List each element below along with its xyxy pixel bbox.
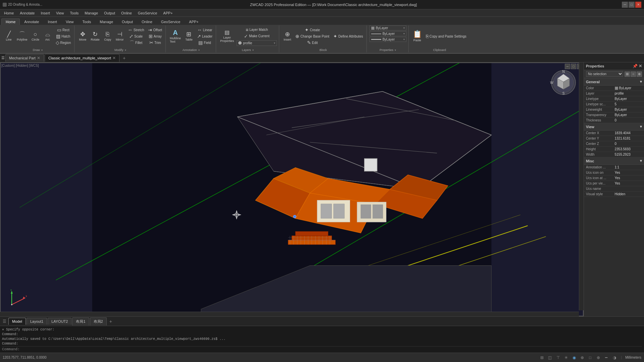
tab-classic-architecture-close[interactable]: ✕	[112, 56, 116, 60]
prop-transparency-value[interactable]: ByLayer	[613, 113, 642, 117]
layout-tab-layout2[interactable]: LAYOUT2	[48, 318, 71, 325]
table-button[interactable]: ⊞ Table	[184, 28, 194, 45]
menu-geoservice[interactable]: GeoService	[135, 10, 160, 16]
select-all-icon[interactable]: ⊞	[625, 71, 630, 77]
prop-annotation-scale-value[interactable]: 1:1	[613, 165, 642, 169]
view-section-header[interactable]: View ▾	[584, 123, 644, 131]
ribbon-tab-annotate[interactable]: Annotate	[20, 18, 43, 25]
prop-center-z-value[interactable]: 0	[613, 142, 642, 146]
menu-tools[interactable]: Tools	[67, 10, 82, 16]
scale-button[interactable]: ⤢ Scale	[127, 33, 146, 39]
ribbon-tab-output[interactable]: Output	[117, 18, 137, 25]
misc-section-header[interactable]: Misc ▾	[584, 157, 644, 165]
polyline-button[interactable]: ⌒ Polyline	[15, 28, 29, 45]
status-lineweight-icon[interactable]: ━	[603, 354, 610, 361]
minimize-button[interactable]: ─	[622, 2, 628, 8]
ribbon-tab-home[interactable]: Home	[1, 18, 20, 25]
prop-linetype-value[interactable]: ByLayer	[613, 97, 642, 101]
menu-output[interactable]: Output	[101, 10, 118, 16]
fillet-button[interactable]: ⌒ Fillet	[127, 40, 146, 46]
menu-insert[interactable]: Insert	[38, 10, 53, 16]
status-snap-icon[interactable]: ◫	[547, 354, 553, 361]
tab-menu-icon[interactable]: ☰	[1, 56, 5, 60]
properties-pin-button[interactable]: 📌	[633, 64, 638, 68]
toggle-icon[interactable]: ⊕	[637, 71, 642, 77]
layout-tab-buju2[interactable]: 布局2	[90, 317, 107, 325]
add-layout-tab-button[interactable]: +	[107, 319, 114, 324]
layer-dropdown[interactable]: profile ▾	[237, 40, 277, 46]
color-dropdown[interactable]: ByLayer ▾	[369, 25, 406, 31]
ribbon-tab-online[interactable]: Online	[137, 18, 157, 25]
status-ducs-icon[interactable]: □	[587, 354, 594, 361]
prop-center-y-value[interactable]: 1321.6181	[613, 137, 642, 140]
define-attributes-button[interactable]: ✦ Define Attributes	[332, 33, 364, 39]
tab-classic-architecture[interactable]: Classic architecture_multiple_viewport ✕	[45, 54, 119, 62]
deselect-icon[interactable]: ○	[631, 71, 636, 77]
change-base-point-button[interactable]: ⊕ Change Base Point	[294, 33, 331, 39]
prop-thickness-value[interactable]: 0	[613, 118, 642, 122]
prop-ucs-icon-at-value[interactable]: Yes	[613, 176, 642, 180]
drawing-area[interactable]: [Custom] [Hidden] [WCS] ─ □ ✕	[0, 62, 584, 316]
prop-color-value[interactable]: ByLayer	[613, 86, 642, 90]
horizontal-scrollbar[interactable]	[0, 312, 579, 316]
layout-tab-buju1[interactable]: 布局1	[72, 317, 89, 325]
status-dyn-icon[interactable]: ⊕	[595, 354, 602, 361]
prop-ucs-icon-on-value[interactable]: Yes	[613, 171, 642, 174]
lineweight-dropdown[interactable]: ByLayer ▾	[369, 37, 406, 42]
create-block-button[interactable]: ✦ Create	[294, 27, 331, 33]
offset-button[interactable]: ⇥ Offset	[147, 27, 163, 33]
ribbon-tab-view[interactable]: View	[61, 18, 78, 25]
move-button[interactable]: ✥ Move	[77, 28, 88, 45]
ribbon-tab-geoservice[interactable]: GeoService	[157, 18, 185, 25]
menu-annotate[interactable]: Annotate	[17, 10, 37, 16]
layer-properties-button[interactable]: ▤ LayerProperties	[219, 28, 235, 45]
linetype-dropdown[interactable]: ByLayer ▾	[369, 31, 406, 36]
status-ortho-icon[interactable]: ⊤	[555, 354, 561, 361]
prop-layer-value[interactable]: profile	[613, 92, 642, 95]
menu-manage[interactable]: Manage	[82, 10, 101, 16]
maximize-button[interactable]: □	[629, 2, 635, 8]
insert-button[interactable]: ⊕ Insert	[282, 28, 293, 45]
prop-width-value[interactable]: 5155.2923	[613, 153, 642, 156]
prop-height-value[interactable]: 2353.5693	[613, 147, 642, 151]
mirror-button[interactable]: ⊣ Mirror	[114, 28, 125, 45]
menu-online[interactable]: Online	[118, 10, 135, 16]
tab-mechanical-part-close[interactable]: ✕	[37, 56, 40, 60]
linear-button[interactable]: ↔ Linear	[196, 27, 214, 33]
menu-view[interactable]: View	[53, 10, 67, 16]
layout-tab-model[interactable]: Model	[8, 318, 26, 325]
add-tab-button[interactable]: +	[120, 54, 128, 62]
ribbon-tab-tools[interactable]: Tools	[78, 18, 96, 25]
command-input[interactable]	[21, 347, 642, 351]
leader-button[interactable]: ↗ Leader	[196, 33, 214, 39]
edit-block-button[interactable]: ✎ Edit	[294, 40, 331, 46]
selection-dropdown[interactable]: No selection	[586, 71, 623, 77]
layout-tab-menu[interactable]: ☰	[1, 319, 8, 324]
region-button[interactable]: ◇ Region	[54, 40, 72, 46]
ribbon-tab-insert[interactable]: Insert	[43, 18, 61, 25]
ribbon-tab-manage[interactable]: Manage	[95, 18, 117, 25]
line-button[interactable]: ╱ Line	[3, 28, 14, 45]
rectangle-button[interactable]: ▭ Rect	[54, 27, 72, 33]
paste-button[interactable]: 📋 Paste	[411, 28, 423, 45]
rotate-button[interactable]: ↻ Rotate	[89, 28, 101, 45]
hatch-button[interactable]: ▨ Hatch	[54, 33, 72, 39]
copy-paste-settings-button[interactable]: ⎘ Copy and Paste Settings	[425, 33, 468, 39]
general-section-header[interactable]: General ▾	[584, 78, 644, 86]
prop-ucs-per-view-value[interactable]: Yes	[613, 182, 642, 185]
field-button[interactable]: ▤ Field	[196, 40, 214, 46]
prop-lineweight-value[interactable]: ByLayer	[613, 108, 642, 111]
status-transparency-icon[interactable]: ◑	[611, 354, 618, 361]
menu-home[interactable]: Home	[1, 10, 16, 16]
stretch-button[interactable]: ↔ Stretch	[127, 27, 146, 33]
layout-tab-layout1[interactable]: Layout1	[27, 318, 47, 325]
menu-app[interactable]: APP+	[160, 10, 175, 16]
make-current-button[interactable]: ✓ Make Current	[237, 33, 277, 39]
prop-linetype-scale-value[interactable]: 5	[613, 102, 642, 106]
status-grid-icon[interactable]: ⊞	[539, 354, 545, 361]
ribbon-tab-app[interactable]: APP+	[185, 18, 203, 25]
status-otrack-icon[interactable]: ⊕	[579, 354, 586, 361]
copy-button[interactable]: ⎘ Copy	[102, 28, 113, 45]
array-button[interactable]: ⊞ Array	[147, 33, 163, 39]
arc-button[interactable]: ⌓ Arc	[42, 28, 53, 45]
